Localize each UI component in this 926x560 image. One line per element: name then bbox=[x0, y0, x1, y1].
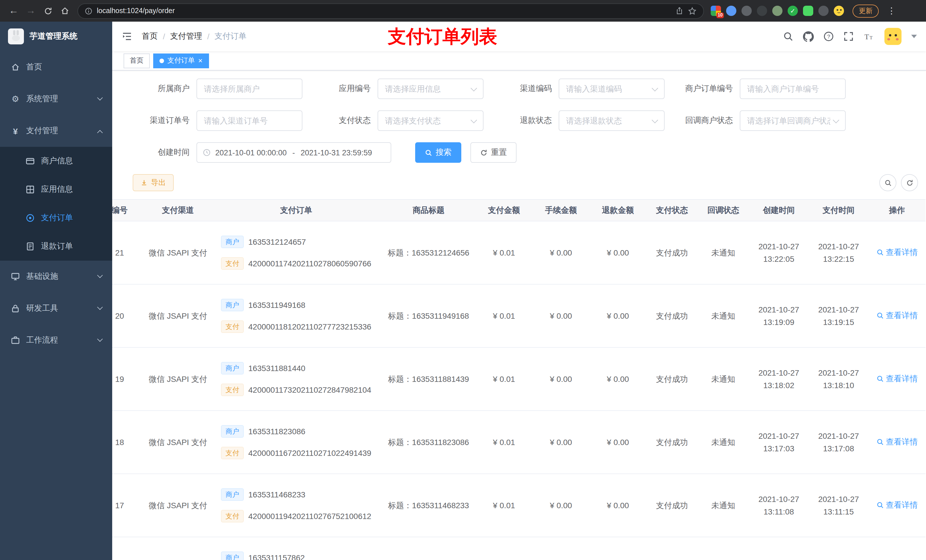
reset-button[interactable]: 重置 bbox=[471, 142, 516, 163]
channel-order-no-input[interactable] bbox=[197, 110, 303, 131]
channel-code-select[interactable] bbox=[559, 78, 664, 99]
emoji-extension-icon[interactable] bbox=[834, 6, 844, 16]
extension-check-icon[interactable]: ✓ bbox=[788, 6, 798, 16]
pay-status-cell: 支付成功 bbox=[646, 411, 698, 474]
sidebar-item-pay-order[interactable]: 支付订单 bbox=[0, 204, 112, 232]
navbar-actions: ? TT bbox=[783, 28, 917, 45]
sidebar-item-merchant-info[interactable]: 商户信息 bbox=[0, 147, 112, 175]
channel-order-no: 4200001167202110271022491439 bbox=[248, 447, 371, 459]
refresh-table-button[interactable] bbox=[901, 174, 918, 191]
sidebar-item-refund-order[interactable]: 退款订单 bbox=[0, 232, 112, 261]
lock-icon bbox=[10, 304, 21, 313]
github-icon[interactable] bbox=[803, 31, 814, 42]
extension-dark-icon[interactable] bbox=[741, 6, 752, 16]
refund-status-select[interactable] bbox=[559, 110, 664, 131]
font-size-icon[interactable]: TT bbox=[863, 31, 875, 42]
export-button[interactable]: 导出 bbox=[133, 174, 174, 191]
filter-merchant: 所属商户 bbox=[133, 78, 303, 99]
merchant-select[interactable] bbox=[197, 78, 303, 99]
view-detail-link[interactable]: 查看详情 bbox=[876, 246, 918, 259]
url-text[interactable]: localhost:1024/pay/order bbox=[97, 7, 175, 15]
merchant-order-no-input[interactable] bbox=[740, 78, 846, 99]
breadcrumb-separator: / bbox=[163, 32, 165, 41]
date-start[interactable]: 2021-10-01 00:00:00 bbox=[215, 148, 287, 157]
table-header-row: 编号支付渠道支付订单商品标题支付金额手续金额退款金额支付状态回调状态创建时间支付… bbox=[112, 199, 925, 221]
date-range-picker[interactable]: 2021-10-01 00:00:00 - 2021-10-31 23:59:5… bbox=[197, 142, 391, 163]
grid-icon bbox=[25, 185, 35, 194]
breadcrumb-pay-manage[interactable]: 支付管理 bbox=[170, 31, 202, 42]
view-detail-link[interactable]: 查看详情 bbox=[876, 436, 918, 448]
pay-amount-cell: ¥ 0.01 bbox=[475, 284, 533, 347]
pay-order-cell: 商户 1635311157862 支付 bbox=[211, 537, 381, 560]
search-button[interactable]: 搜索 bbox=[415, 142, 461, 163]
gear-icon: ⚙ bbox=[10, 94, 21, 104]
table-body: 21 微信 JSAPI 支付 商户 1635312124657 支付 42000… bbox=[112, 221, 925, 560]
address-bar[interactable]: localhost:1024/pay/order bbox=[77, 3, 704, 18]
create-time-cell: 2021-10-27 13:18:02 bbox=[749, 347, 809, 411]
sidebar-item-workflow[interactable]: 工作流程 bbox=[0, 325, 112, 356]
tab-close-icon[interactable]: × bbox=[198, 57, 203, 64]
page-title-annotation: 支付订单列表 bbox=[388, 25, 497, 48]
user-avatar[interactable] bbox=[884, 28, 902, 45]
browser-forward-button[interactable]: → bbox=[23, 3, 39, 19]
create-time-cell: 2021-10-27 13:17:03 bbox=[749, 411, 809, 474]
view-detail-link[interactable]: 查看详情 bbox=[876, 499, 918, 511]
pay-tag: 支付 bbox=[221, 447, 244, 459]
browser-back-button[interactable]: ← bbox=[6, 3, 22, 19]
pay-status-select[interactable] bbox=[378, 110, 484, 131]
share-icon[interactable] bbox=[675, 7, 683, 15]
view-detail-link[interactable]: 查看详情 bbox=[876, 309, 918, 322]
tab-home[interactable]: 首页 bbox=[124, 53, 150, 68]
help-icon[interactable]: ? bbox=[823, 31, 834, 42]
column-header: 支付时间 bbox=[809, 199, 869, 221]
breadcrumb-home[interactable]: 首页 bbox=[142, 31, 158, 42]
column-header: 商品标题 bbox=[381, 199, 475, 221]
view-detail-link[interactable]: 查看详情 bbox=[876, 373, 918, 385]
orders-table: 编号支付渠道支付订单商品标题支付金额手续金额退款金额支付状态回调状态创建时间支付… bbox=[112, 199, 926, 560]
extension-chat-icon[interactable] bbox=[803, 6, 813, 16]
bookmark-star-icon[interactable] bbox=[688, 6, 696, 15]
order-id-cell: 16 bbox=[112, 537, 145, 560]
browser-update-button[interactable]: 更新 bbox=[853, 4, 879, 17]
filter-merchant-order-no: 商户订单编号 bbox=[676, 78, 846, 99]
channel-order-no: 4200001174202110278060590766 bbox=[248, 257, 371, 270]
filter-form: 所属商户 应用编号 渠道编码 bbox=[112, 71, 926, 163]
fee-amount-cell: ¥ 0.00 bbox=[533, 474, 589, 537]
sidebar-item-payment[interactable]: ¥ 支付管理 bbox=[0, 115, 112, 147]
browser-home-button[interactable] bbox=[57, 3, 73, 19]
toggle-search-button[interactable] bbox=[879, 174, 896, 191]
search-icon[interactable] bbox=[783, 31, 793, 42]
filter-refund-status: 退款状态 bbox=[495, 110, 664, 131]
action-cell: 查看详情 bbox=[869, 347, 925, 411]
date-end[interactable]: 2021-10-31 23:59:59 bbox=[301, 148, 372, 157]
column-header: 支付订单 bbox=[211, 199, 381, 221]
table-row: 16 微信 JSAPI 支付 商户 1635311157862 支付 查看详情 bbox=[112, 537, 925, 560]
sidebar-item-dev-tools[interactable]: 研发工具 bbox=[0, 293, 112, 325]
site-info-icon[interactable] bbox=[85, 7, 92, 15]
avatar-caret-icon[interactable] bbox=[911, 35, 917, 38]
filter-label: 渠道订单号 bbox=[133, 116, 197, 126]
extension-dark2-icon[interactable] bbox=[757, 6, 767, 16]
extension-drop-icon[interactable] bbox=[726, 6, 736, 16]
sidebar-item-home[interactable]: 首页 bbox=[0, 51, 112, 83]
fullscreen-icon[interactable] bbox=[843, 31, 854, 42]
pay-amount-cell: ¥ 0.01 bbox=[475, 221, 533, 284]
app-select[interactable] bbox=[378, 78, 484, 99]
app-logo[interactable]: 芋道管理系统 bbox=[0, 22, 112, 51]
extension-pin-icon[interactable] bbox=[819, 6, 829, 16]
tab-pay-order[interactable]: 支付订单 × bbox=[153, 53, 209, 68]
sidebar-item-infrastructure[interactable]: 基础设施 bbox=[0, 261, 112, 293]
pay-channel-cell: 微信 JSAPI 支付 bbox=[145, 284, 211, 347]
sidebar-item-system[interactable]: ⚙ 系统管理 bbox=[0, 83, 112, 115]
browser-refresh-button[interactable] bbox=[40, 3, 56, 19]
extension-grid-icon[interactable]: 10 bbox=[711, 6, 721, 16]
sidebar-toggle-icon[interactable] bbox=[121, 31, 133, 42]
sidebar-item-app-info[interactable]: 应用信息 bbox=[0, 175, 112, 204]
browser-menu-icon[interactable]: ⋮ bbox=[887, 6, 896, 16]
merchant-order-no: 1635311881440 bbox=[248, 362, 305, 374]
notify-status-select[interactable] bbox=[740, 110, 846, 131]
pay-status-cell: 支付成功 bbox=[646, 284, 698, 347]
monitor-icon bbox=[10, 272, 21, 281]
pay-tag: 支付 bbox=[221, 320, 244, 333]
extension-olive-icon[interactable] bbox=[772, 6, 782, 16]
